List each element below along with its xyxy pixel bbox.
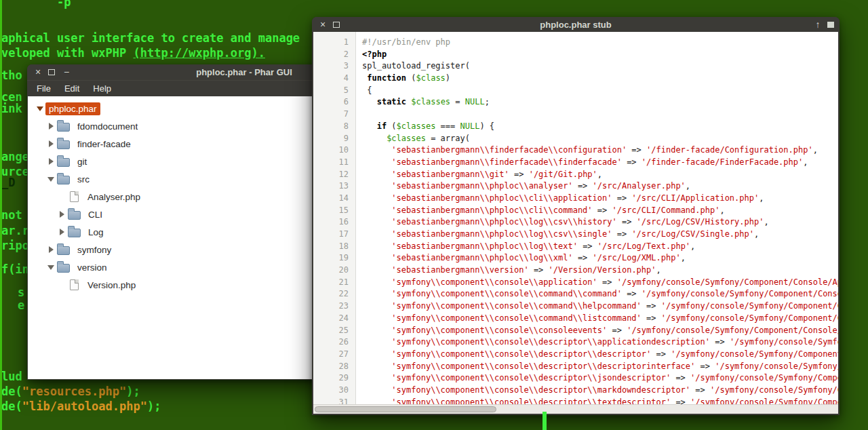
line-number: 24 — [313, 313, 355, 325]
chevron-down-icon[interactable] — [45, 265, 56, 270]
stub-titlebar[interactable]: × ↑ phploc.phar stub — [312, 17, 840, 33]
code-line: 'sebastianbergmann\\version' => '/Versio… — [362, 265, 838, 277]
line-number: 31 — [313, 397, 355, 404]
code-line: 'symfony\\component\\console\\descriptor… — [362, 336, 838, 349]
code-line: 'symfony\\component\\console\\command\\c… — [362, 288, 838, 300]
line-number: 9 — [313, 133, 355, 145]
line-number: 30 — [313, 385, 355, 397]
line-number: 1 — [313, 37, 355, 49]
folder-icon — [68, 211, 81, 220]
code-viewer: 1234567891011121314151617181920212223242… — [313, 32, 838, 414]
code-line: spl_autoload_register( — [362, 60, 838, 73]
terminal-text-fragment: aphical user interface to create and man… — [1, 31, 300, 45]
code-line: 'sebastianbergmann\\phploc\\log\\xml' =>… — [362, 252, 838, 265]
code-line: function ($class) — [362, 73, 838, 85]
line-number: 17 — [313, 229, 355, 241]
code-line: $classes = array( — [362, 133, 838, 145]
line-number-gutter: 1234567891011121314151617181920212223242… — [313, 32, 356, 404]
folder-icon — [68, 229, 81, 237]
line-number: 11 — [313, 157, 355, 169]
tree-item-label: src — [74, 173, 93, 186]
folder-icon — [57, 140, 70, 149]
folder-icon — [57, 158, 70, 167]
code-line: 'symfony\\component\\console\\consoleeve… — [362, 325, 838, 337]
terminal-cursor-bar — [542, 412, 547, 430]
code-line: #!/usr/bin/env php — [362, 37, 838, 49]
scrollbar-thumb[interactable] — [315, 406, 496, 412]
code-line: 'symfony\\component\\console\\command\\l… — [362, 313, 838, 325]
code-editor[interactable]: #!/usr/bin/env php<?phpspl_autoload_regi… — [357, 32, 838, 404]
menu-item-edit[interactable]: Edit — [58, 81, 86, 96]
code-line: 'sebastianbergmann\\phploc\\analyser' =>… — [362, 180, 838, 193]
line-number: 20 — [313, 265, 355, 277]
terminal-text-fragment: e — [18, 298, 24, 313]
horizontal-scrollbar[interactable] — [313, 404, 838, 414]
menu-item-help[interactable]: Help — [86, 81, 118, 96]
chevron-right-icon[interactable] — [45, 140, 56, 147]
line-number: 16 — [313, 216, 355, 229]
code-line: 'symfony\\component\\console\\descriptor… — [362, 385, 838, 397]
terminal-text-fragment: ink — [1, 102, 22, 116]
chevron-down-icon[interactable] — [45, 177, 56, 182]
code-line: 'sebastianbergmann\\phploc\\cli\\command… — [362, 205, 838, 217]
line-number: 8 — [313, 121, 355, 133]
line-number: 7 — [313, 109, 355, 121]
code-line: 'symfony\\component\\console\\descriptor… — [362, 361, 838, 373]
line-number: 26 — [313, 336, 355, 349]
code-line: 'sebastianbergmann\\phploc\\cli\\applica… — [362, 193, 838, 205]
chevron-down-icon[interactable] — [35, 106, 45, 111]
line-number: 23 — [313, 300, 355, 313]
chevron-right-icon[interactable] — [45, 158, 56, 165]
tree-item-label: finder-facade — [74, 138, 134, 151]
code-line: 'sebastianbergmann\\phploc\\log\\csv\\si… — [362, 229, 838, 241]
terminal-text-fragment: lud — [1, 370, 22, 384]
terminal-text-fragment: _D — [1, 176, 15, 190]
line-number: 5 — [313, 85, 355, 97]
code-line: 'symfony\\component\\console\\descriptor… — [362, 349, 838, 361]
chevron-right-icon[interactable] — [56, 229, 67, 235]
terminal-text-fragment: ripo — [1, 239, 29, 253]
chevron-right-icon[interactable] — [45, 123, 56, 130]
tree-item-label: Analyser.php — [84, 191, 144, 203]
code-line: 'symfony\\component\\console\\descriptor… — [362, 397, 838, 404]
tree-item-label: git — [74, 155, 90, 168]
tree-item-label: CLI — [85, 208, 106, 221]
line-number: 19 — [313, 252, 355, 265]
line-number: 15 — [313, 205, 355, 217]
folder-icon — [57, 264, 70, 273]
code-line: { — [362, 85, 838, 97]
tree-item-label: phploc.phar — [45, 102, 100, 115]
line-number: 10 — [313, 144, 355, 157]
terminal-text-fragment: tho — [1, 69, 22, 83]
line-number: 21 — [313, 277, 355, 289]
terminal-text-fragment: f(in — [1, 262, 29, 277]
code-line: 'sebastianbergmann\\phploc\\log\\text' =… — [362, 241, 838, 253]
terminal-text-fragment: veloped with wxPHP (http://wxphp.org). — [1, 46, 265, 60]
line-number: 12 — [313, 169, 355, 181]
tree-item-label: Log — [85, 226, 107, 239]
chevron-right-icon[interactable] — [56, 211, 67, 218]
line-number: 25 — [313, 325, 355, 337]
code-line: 'sebastianbergmann\\git' => '/git/Git.ph… — [362, 169, 838, 181]
screen-edge-highlight — [0, 0, 2, 430]
code-line: <?php — [362, 49, 838, 61]
folder-icon — [57, 246, 70, 255]
line-number: 27 — [313, 349, 355, 361]
line-number: 29 — [313, 372, 355, 385]
line-number: 18 — [313, 241, 355, 253]
chevron-right-icon[interactable] — [45, 246, 56, 253]
terminal-text-fragment: s — [18, 286, 24, 300]
terminal-text-fragment: de("resources.php"); — [1, 385, 140, 399]
code-line: static $classes = NULL; — [362, 96, 838, 109]
code-line: 'sebastianbergmann\\finderfacade\\finder… — [362, 157, 838, 169]
terminal-text-fragment: ar.r — [1, 224, 29, 238]
code-line: 'sebastianbergmann\\finderfacade\\config… — [362, 144, 838, 157]
stub-window-title: phploc.phar stub — [312, 17, 840, 33]
line-number: 14 — [313, 193, 355, 205]
tree-item-label: fdomdocument — [74, 120, 141, 133]
tree-item-label: Version.php — [84, 279, 139, 292]
line-number: 2 — [313, 49, 355, 61]
terminal-text-fragment: -p — [57, 0, 71, 9]
tree-item-label: symfony — [74, 243, 115, 256]
menu-item-file[interactable]: File — [30, 81, 58, 96]
